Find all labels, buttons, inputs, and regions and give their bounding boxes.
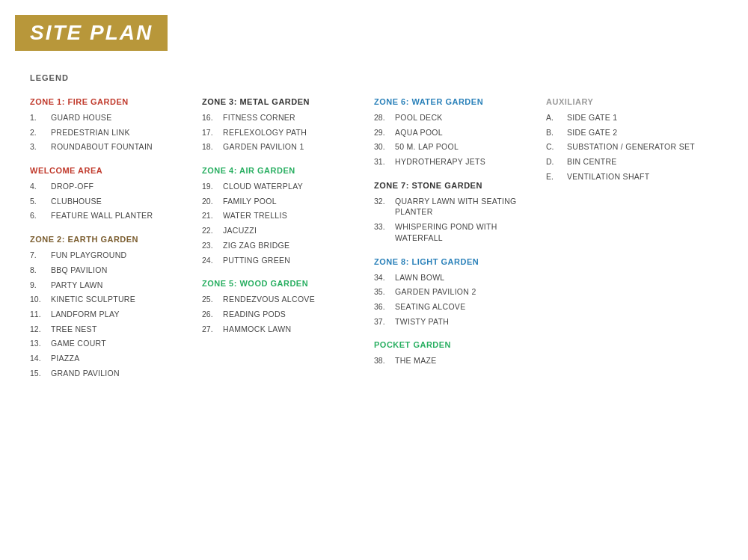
page: SITE PLAN LEGEND ZONE 1: FIRE GARDEN1.GU… <box>0 0 748 560</box>
list-item: 15.GRAND PAVILION <box>30 368 187 379</box>
zone-list-0-2: 7.FUN PLAYGROUND8.BBQ PAVILION9.PARTY LA… <box>30 250 187 378</box>
item-label: TWISTY PATH <box>395 316 531 327</box>
item-number: A. <box>546 112 567 123</box>
list-item: 8.BBQ PAVILION <box>30 265 187 276</box>
item-label: QUARRY LAWN WITH SEATING PLANTER <box>395 196 531 218</box>
list-item: 35.GARDEN PAVILION 2 <box>374 286 531 298</box>
zone-list-2-1: 32.QUARRY LAWN WITH SEATING PLANTER33.WH… <box>374 196 531 244</box>
item-label: TREE NEST <box>51 324 187 335</box>
item-number: D. <box>546 156 567 167</box>
item-number: 30. <box>374 141 395 153</box>
item-number: 29. <box>374 127 395 138</box>
list-item: A.SIDE GATE 1 <box>546 112 703 123</box>
item-number: 36. <box>374 301 395 313</box>
item-number: 6. <box>30 210 51 221</box>
item-label: FAMILY POOL <box>223 196 359 207</box>
column-2: ZONE 3: METAL GARDEN16.FITNESS CORNER17.… <box>202 97 374 382</box>
item-number: 1. <box>30 112 51 123</box>
list-item: 28.POOL DECK <box>374 112 531 123</box>
item-label: ZIG ZAG BRIDGE <box>223 240 359 251</box>
list-item: 4.DROP-OFF <box>30 181 187 192</box>
item-label: FEATURE WALL PLANTER <box>51 210 187 221</box>
zone-title-air-1: ZONE 4: AIR GARDEN <box>202 166 359 175</box>
list-item: 18.GARDEN PAVILION 1 <box>202 141 359 153</box>
item-label: VENTILATION SHAFT <box>567 171 703 182</box>
item-number: 32. <box>374 196 395 218</box>
item-label: FITNESS CORNER <box>223 112 359 123</box>
item-number: 37. <box>374 316 395 327</box>
item-label: SUBSTATION / GENERATOR SET <box>567 141 703 153</box>
zone-list-2-0: 28.POOL DECK29.AQUA POOL30.50 M. LAP POO… <box>374 112 531 167</box>
zone-list-1-0: 16.FITNESS CORNER17.REFLEXOLOGY PATH18.G… <box>202 112 359 153</box>
list-item: C.SUBSTATION / GENERATOR SET <box>546 141 703 153</box>
item-number: 2. <box>30 127 51 138</box>
list-item: 5.CLUBHOUSE <box>30 196 187 207</box>
item-label: GARDEN PAVILION 1 <box>223 141 359 153</box>
zone-list-1-2: 25.RENDEZVOUS ALCOVE26.READING PODS27.HA… <box>202 294 359 334</box>
list-item: 29.AQUA POOL <box>374 127 531 138</box>
item-number: 20. <box>202 196 223 207</box>
list-item: 1.GUARD HOUSE <box>30 112 187 123</box>
item-label: GAME COURT <box>51 338 187 349</box>
header-banner: SITE PLAN <box>15 15 168 51</box>
item-label: GUARD HOUSE <box>51 112 187 123</box>
item-number: 24. <box>202 255 223 266</box>
list-item: 30.50 M. LAP POOL <box>374 141 531 153</box>
item-label: ROUNDABOUT FOUNTAIN <box>51 141 187 153</box>
zone-list-2-3: 38.THE MAZE <box>374 355 531 366</box>
item-label: KINETIC SCULPTURE <box>51 294 187 305</box>
zone-title-wood-1: ZONE 5: WOOD GARDEN <box>202 279 359 288</box>
item-number: 13. <box>30 338 51 349</box>
item-number: 23. <box>202 240 223 251</box>
list-item: 14.PIAZZA <box>30 353 187 364</box>
zone-list-0-0: 1.GUARD HOUSE2.PREDESTRIAN LINK3.ROUNDAB… <box>30 112 187 153</box>
list-item: 12.TREE NEST <box>30 324 187 335</box>
list-item: 3.ROUNDABOUT FOUNTAIN <box>30 141 187 153</box>
item-number: 9. <box>30 280 51 291</box>
list-item: D.BIN CENTRE <box>546 156 703 167</box>
list-item: 33.WHISPERING POND WITH WATERFALL <box>374 221 531 243</box>
list-item: 25.RENDEZVOUS ALCOVE <box>202 294 359 305</box>
zone-list-0-1: 4.DROP-OFF5.CLUBHOUSE6.FEATURE WALL PLAN… <box>30 181 187 221</box>
item-number: 10. <box>30 294 51 305</box>
list-item: 38.THE MAZE <box>374 355 531 366</box>
item-number: 18. <box>202 141 223 153</box>
item-label: CLOUD WATERPLAY <box>223 181 359 192</box>
item-number: 15. <box>30 368 51 379</box>
item-number: 28. <box>374 112 395 123</box>
list-item: 24.PUTTING GREEN <box>202 255 359 266</box>
item-label: POOL DECK <box>395 112 531 123</box>
item-label: JACUZZI <box>223 225 359 236</box>
list-item: 27.HAMMOCK LAWN <box>202 324 359 335</box>
item-number: 19. <box>202 181 223 192</box>
list-item: 21.WATER TRELLIS <box>202 210 359 221</box>
item-label: CLUBHOUSE <box>51 196 187 207</box>
item-label: HYDROTHERAPY JETS <box>395 156 531 167</box>
zone-title-fire-0: ZONE 1: FIRE GARDEN <box>30 97 187 106</box>
item-label: AQUA POOL <box>395 127 531 138</box>
column-4: AUXILIARYA.SIDE GATE 1B.SIDE GATE 2C.SUB… <box>546 97 718 382</box>
item-number: 12. <box>30 324 51 335</box>
list-item: 6.FEATURE WALL PLANTER <box>30 210 187 221</box>
item-label: REFLEXOLOGY PATH <box>223 127 359 138</box>
list-item: 9.PARTY LAWN <box>30 280 187 291</box>
item-number: 31. <box>374 156 395 167</box>
item-label: WATER TRELLIS <box>223 210 359 221</box>
item-number: 21. <box>202 210 223 221</box>
list-item: B.SIDE GATE 2 <box>546 127 703 138</box>
item-label: HAMMOCK LAWN <box>223 324 359 335</box>
zone-title-earth-0: ZONE 2: EARTH GARDEN <box>30 235 187 244</box>
list-item: 37.TWISTY PATH <box>374 316 531 327</box>
item-label: PREDESTRIAN LINK <box>51 127 187 138</box>
item-number: 11. <box>30 309 51 320</box>
zone-title-water-2: ZONE 6: WATER GARDEN <box>374 97 531 106</box>
item-number: 14. <box>30 353 51 364</box>
item-label: PARTY LAWN <box>51 280 187 291</box>
list-item: 31.HYDROTHERAPY JETS <box>374 156 531 167</box>
item-number: 8. <box>30 265 51 276</box>
item-number: B. <box>546 127 567 138</box>
item-label: FUN PLAYGROUND <box>51 250 187 261</box>
list-item: 7.FUN PLAYGROUND <box>30 250 187 261</box>
item-number: 26. <box>202 309 223 320</box>
item-label: DROP-OFF <box>51 181 187 192</box>
